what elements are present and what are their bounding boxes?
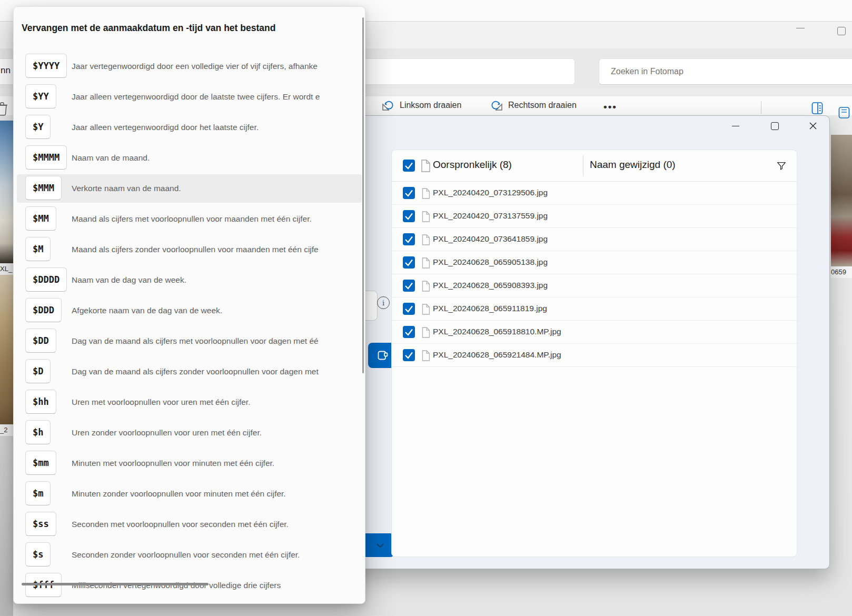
document-icon xyxy=(421,303,431,315)
token-description: Jaar vertegenwoordigd door een volledige… xyxy=(72,62,318,71)
filter-icon[interactable] xyxy=(776,160,787,172)
file-row[interactable]: PXL_20240628_065905138.jpg xyxy=(392,251,797,274)
token-row[interactable]: $ss Seconden met voorloopnullen voor sec… xyxy=(14,509,365,540)
gallery-thumbnail-sky[interactable] xyxy=(0,121,13,263)
rename-dialog: i Oo xyxy=(342,115,830,569)
check-icon xyxy=(403,233,415,245)
file-checkbox[interactable] xyxy=(403,303,415,315)
document-icon xyxy=(421,280,431,292)
renamed-column-header[interactable]: Naam gewijzigd (0) xyxy=(590,159,676,171)
token-row[interactable]: $s Seconden zonder voorloopnullen voor s… xyxy=(14,540,365,570)
details-pane-button[interactable] xyxy=(811,102,823,115)
file-row[interactable]: PXL_20240628_065918810.MP.jpg xyxy=(392,321,797,344)
token-chip: $DDDD xyxy=(25,267,67,292)
details-pane-icon xyxy=(811,102,823,115)
rename-icon xyxy=(377,349,389,362)
file-checkbox[interactable] xyxy=(403,233,415,245)
rotate-right-button[interactable]: Rechtsom draaien xyxy=(490,99,577,112)
hidden-button-text-fragment: nn xyxy=(1,65,11,76)
minimize-icon xyxy=(732,126,739,126)
token-row[interactable]: $hh Uren met voorloopnullen voor uren me… xyxy=(14,387,365,418)
close-icon xyxy=(809,122,817,130)
file-checkbox[interactable] xyxy=(403,210,415,222)
token-row[interactable]: $DDD Afgekorte naam van de dag van de we… xyxy=(14,295,365,326)
file-checkbox[interactable] xyxy=(403,280,415,292)
token-row[interactable]: $MMM Verkorte naam van de maand. xyxy=(14,173,365,204)
token-row[interactable]: $DDDD Naam van de dag van de week. xyxy=(14,265,365,295)
token-chip: $mm xyxy=(25,451,56,475)
file-checkbox[interactable] xyxy=(403,349,415,361)
thumbnail-filename-fragment: _2 xyxy=(0,424,13,436)
app-maximize-button[interactable] xyxy=(837,27,846,35)
chevron-down-icon xyxy=(376,543,384,548)
token-chip: $hh xyxy=(25,390,56,414)
thumbnail-filename-fragment: 0659 xyxy=(831,266,852,278)
token-chip: $ss xyxy=(25,512,56,536)
select-all-checkbox[interactable] xyxy=(403,160,415,172)
document-icon xyxy=(421,257,431,269)
file-name: PXL_20240420_073129506.jpg xyxy=(433,188,548,197)
app-minimize-button[interactable] xyxy=(796,28,805,28)
info-icon[interactable]: i xyxy=(377,296,390,309)
rotate-left-label: Linksom draaien xyxy=(400,101,461,110)
token-chip: $D xyxy=(25,359,51,383)
token-row[interactable]: $YY Jaar alleen vertegenwoordigd door de… xyxy=(14,82,365,112)
dialog-maximize-button[interactable] xyxy=(767,119,782,133)
token-description: Uren met voorloopnullen voor uren met éé… xyxy=(72,398,250,407)
search-box xyxy=(599,58,852,85)
token-description: Seconden zonder voorloopnullen voor seco… xyxy=(72,550,300,560)
file-row[interactable]: PXL_20240420_073129506.jpg xyxy=(392,182,797,205)
token-chip: $DDD xyxy=(25,298,62,322)
token-description: Maand als cijfers met voorloopnullen voo… xyxy=(72,214,312,224)
file-checkbox[interactable] xyxy=(403,187,415,199)
token-chip: $MM xyxy=(25,206,56,231)
file-row[interactable]: PXL_20240628_065911819.jpg xyxy=(392,297,797,321)
file-list-header: Oorspronkelijk (8) Naam gewijzigd (0) xyxy=(392,150,797,182)
file-name: PXL_20240628_065905138.jpg xyxy=(433,257,548,267)
clipped-pane-button[interactable] xyxy=(838,106,850,119)
gallery-thumbnail-hall[interactable] xyxy=(831,135,852,266)
token-row[interactable]: $D Dag van de maand als cijfers zonder v… xyxy=(14,356,365,387)
token-row[interactable]: $YYYY Jaar vertegenwoordigd door een vol… xyxy=(14,51,365,82)
more-options-button[interactable]: ••• xyxy=(603,101,617,113)
file-row[interactable]: PXL_20240628_065921484.MP.jpg xyxy=(392,344,797,367)
file-checkbox[interactable] xyxy=(403,326,415,338)
token-description: Minuten zonder voorloopnullen voor minut… xyxy=(72,489,286,499)
file-checkbox[interactable] xyxy=(403,256,415,269)
horizontal-scrollbar-thumb[interactable] xyxy=(22,583,209,585)
file-row[interactable]: PXL_20240420_073641859.jpg xyxy=(392,228,797,251)
token-chip: $YYYY xyxy=(25,54,67,78)
search-input[interactable] xyxy=(610,59,852,84)
file-name: PXL_20240420_073137559.jpg xyxy=(433,211,548,221)
dialog-minimize-button[interactable] xyxy=(728,119,744,133)
token-row[interactable]: $Y Jaar alleen vertegenwoordigd door het… xyxy=(14,112,365,143)
token-row[interactable]: $m Minuten zonder voorloopnullen voor mi… xyxy=(14,479,365,509)
gallery-thumbnail-map[interactable] xyxy=(0,275,13,424)
token-description: Naam van de maand. xyxy=(72,153,150,163)
vertical-scrollbar-thumb[interactable] xyxy=(362,17,364,373)
check-icon xyxy=(403,210,415,222)
token-row[interactable]: $DD Dag van de maand als cijfers met voo… xyxy=(14,326,365,356)
file-name: PXL_20240628_065911819.jpg xyxy=(433,304,547,313)
token-row[interactable]: $mm Minuten met voorloopnullen voor minu… xyxy=(14,448,365,479)
token-description: Milliseconden vertegenwoordigd door voll… xyxy=(72,581,281,590)
file-name: PXL_20240628_065908393.jpg xyxy=(433,281,548,290)
minimize-icon xyxy=(796,28,805,28)
token-row[interactable]: $h Uren zonder voorloopnullen voor uren … xyxy=(14,418,365,448)
dialog-close-button[interactable] xyxy=(805,119,821,133)
original-column-header[interactable]: Oorspronkelijk (8) xyxy=(433,159,512,171)
token-description: Naam van de dag van de week. xyxy=(72,275,186,285)
file-row[interactable]: PXL_20240420_073137559.jpg xyxy=(392,205,797,228)
rotate-right-icon xyxy=(490,99,503,112)
token-row[interactable]: $MM Maand als cijfers met voorloopnullen… xyxy=(14,204,365,234)
token-row[interactable]: $MMMM Naam van de maand. xyxy=(14,143,365,173)
token-row[interactable]: $fff Milliseconden vertegenwoordigd door… xyxy=(14,570,365,601)
file-row[interactable]: PXL_20240628_065908393.jpg xyxy=(392,274,797,297)
rotate-left-button[interactable]: Linksom draaien xyxy=(381,99,461,112)
token-list: $YYYY Jaar vertegenwoordigd door een vol… xyxy=(14,51,365,601)
document-icon xyxy=(421,326,431,339)
check-icon xyxy=(403,303,415,315)
delete-button[interactable] xyxy=(0,101,9,116)
check-icon xyxy=(403,280,415,292)
token-row[interactable]: $M Maand als cijfers zonder voorloopnull… xyxy=(14,234,365,265)
